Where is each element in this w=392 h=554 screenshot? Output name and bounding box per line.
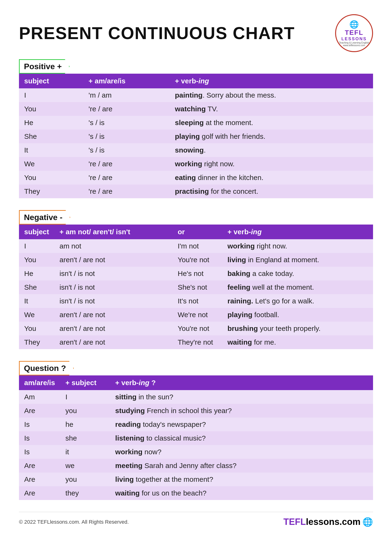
negative-row-3: She isn't / is not She's not feeling wel… [19, 280, 373, 294]
logo-tagline: Teaching & Learning English [339, 42, 369, 44]
negative-row-4: It isn't / is not It's not raining. Let'… [19, 294, 373, 308]
negative-or-5: We're not [173, 308, 222, 322]
negative-or-7: They're not [173, 335, 222, 349]
negative-table: subject + am not/ aren't/ isn't or + ver… [19, 225, 373, 349]
question-row-4: Is it working now? [19, 445, 373, 459]
header-row: PRESENT CONTINUOUS CHART 🌐 TEFL LESSONS … [19, 14, 373, 52]
footer-globe-icon: 🌐 [362, 517, 373, 527]
question-row-2: Is he reading today's newspaper? [19, 418, 373, 431]
positive-row-6: You 're / are eating dinner in the kitch… [19, 171, 373, 185]
positive-form-6: 're / are [84, 171, 170, 185]
positive-col-subject: subject [19, 74, 84, 88]
negative-row-0: I am not I'm not working right now. [19, 239, 373, 253]
question-row-6: Are you living together at the moment? [19, 472, 373, 486]
positive-section: Positive + subject + am/are/is + verb-in… [19, 59, 373, 198]
positive-subject-5: We [19, 157, 84, 171]
negative-or-6: You're not [173, 322, 222, 335]
negative-example-5: playing football. [222, 308, 373, 322]
logo-tefl: TEFL [345, 29, 363, 36]
negative-or-3: She's not [173, 280, 222, 294]
negative-form-3: isn't / is not [54, 280, 173, 294]
page-title: PRESENT CONTINUOUS CHART [19, 23, 295, 43]
negative-subject-5: We [19, 308, 54, 322]
question-example-6: living together at the moment? [110, 472, 373, 486]
negative-subject-1: You [19, 253, 54, 267]
negative-subject-0: I [19, 239, 54, 253]
question-row-3: Is she listening to classical music? [19, 431, 373, 445]
tefl-logo: 🌐 TEFL LESSONS Teaching & Learning Engli… [335, 14, 373, 52]
question-aux-1: Are [19, 404, 60, 418]
positive-body: I 'm / am painting. Sorry about the mess… [19, 88, 373, 198]
positive-table: subject + am/are/is + verb-ing I 'm / am… [19, 74, 373, 198]
question-subject-5: we [60, 459, 110, 472]
negative-form-2: isn't / is not [54, 267, 173, 280]
question-example-3: listening to classical music? [110, 431, 373, 445]
footer-logo-text: TEFLlessons.com [283, 517, 360, 527]
negative-form-6: aren't / are not [54, 322, 173, 335]
negative-col-subject: subject [19, 225, 54, 239]
positive-form-2: 's / is [84, 116, 170, 130]
positive-example-5: working right now. [170, 157, 373, 171]
positive-form-7: 're / are [84, 185, 170, 198]
negative-example-1: living in England at moment. [222, 253, 373, 267]
negative-example-7: waiting for me. [222, 335, 373, 349]
positive-form-4: 's / is [84, 143, 170, 157]
negative-or-2: He's not [173, 267, 222, 280]
question-example-2: reading today's newspaper? [110, 418, 373, 431]
positive-subject-4: It [19, 143, 84, 157]
negative-body: I am not I'm not working right now. You … [19, 239, 373, 349]
negative-or-1: You're not [173, 253, 222, 267]
footer: © 2022 TEFLlessons.com. All Rights Reser… [19, 512, 373, 527]
question-header-row: am/are/is + subject + verb-ing ? [19, 375, 373, 390]
negative-col-verb: + verb-ing [222, 225, 373, 239]
negative-row-1: You aren't / are not You're not living i… [19, 253, 373, 267]
question-section: Question ? am/are/is + subject + verb-in… [19, 361, 373, 500]
positive-row-4: It 's / is snowing. [19, 143, 373, 157]
negative-subject-2: He [19, 267, 54, 280]
question-aux-2: Is [19, 418, 60, 431]
positive-example-1: watching TV. [170, 102, 373, 116]
positive-row-2: He 's / is sleeping at the moment. [19, 116, 373, 130]
negative-example-0: working right now. [222, 239, 373, 253]
negative-header-row: subject + am not/ aren't/ isn't or + ver… [19, 225, 373, 239]
negative-or-0: I'm not [173, 239, 222, 253]
positive-subject-2: He [19, 116, 84, 130]
question-col-aux: am/are/is [19, 375, 60, 390]
positive-subject-1: You [19, 102, 84, 116]
question-subject-3: she [60, 431, 110, 445]
positive-form-3: 's / is [84, 130, 170, 143]
negative-label: Negative - [19, 210, 70, 225]
question-aux-7: Are [19, 486, 60, 500]
negative-col-or: or [173, 225, 222, 239]
question-aux-3: Is [19, 431, 60, 445]
question-aux-4: Is [19, 445, 60, 459]
positive-subject-3: She [19, 130, 84, 143]
positive-example-7: practising for the concert. [170, 185, 373, 198]
positive-example-4: snowing. [170, 143, 373, 157]
question-example-7: waiting for us on the beach? [110, 486, 373, 500]
positive-example-0: painting. Sorry about the mess. [170, 88, 373, 102]
negative-row-7: They aren't / are not They're not waitin… [19, 335, 373, 349]
question-table: am/are/is + subject + verb-ing ? Am I si… [19, 375, 373, 500]
negative-row-2: He isn't / is not He's not baking a cake… [19, 267, 373, 280]
footer-lessons: lessons.com [306, 517, 360, 527]
negative-row-5: We aren't / are not We're not playing fo… [19, 308, 373, 322]
question-example-0: sitting in the sun? [110, 390, 373, 404]
positive-form-1: 're / are [84, 102, 170, 116]
footer-logo-area: TEFLlessons.com 🌐 [283, 517, 373, 527]
negative-form-4: isn't / is not [54, 294, 173, 308]
question-body: Am I sitting in the sun? Are you studyin… [19, 390, 373, 500]
positive-row-5: We 're / are working right now. [19, 157, 373, 171]
question-example-5: meeting Sarah and Jenny after class? [110, 459, 373, 472]
question-subject-0: I [60, 390, 110, 404]
negative-subject-7: They [19, 335, 54, 349]
negative-example-4: raining. Let's go for a walk. [222, 294, 373, 308]
positive-form-5: 're / are [84, 157, 170, 171]
negative-subject-3: She [19, 280, 54, 294]
question-aux-6: Are [19, 472, 60, 486]
question-label: Question ? [19, 361, 74, 375]
question-example-1: studying French in school this year? [110, 404, 373, 418]
negative-form-1: aren't / are not [54, 253, 173, 267]
question-col-subject: + subject [60, 375, 110, 390]
negative-or-4: It's not [173, 294, 222, 308]
